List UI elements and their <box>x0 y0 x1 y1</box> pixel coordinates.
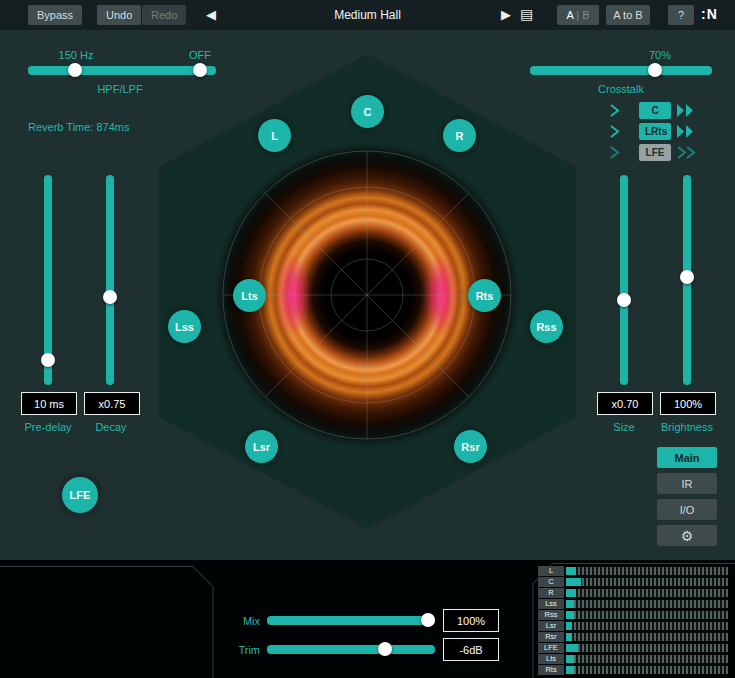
routing-in-chevron-icon[interactable] <box>608 145 622 164</box>
ir-tab-button[interactable]: IR <box>657 473 717 494</box>
help-button[interactable]: ? <box>668 5 694 25</box>
meter-channel-label: Rts <box>538 665 564 675</box>
preset-name[interactable]: Medium Hall <box>334 8 401 22</box>
routing-in-chevron-icon[interactable] <box>608 124 622 143</box>
channel-node-c[interactable]: C <box>351 95 384 128</box>
meter-level-fill <box>566 600 574 608</box>
undo-button[interactable]: Undo <box>97 5 141 25</box>
next-preset-icon[interactable]: ▶ <box>501 7 511 22</box>
meter-channel-label: L <box>538 566 564 576</box>
channel-node-r[interactable]: R <box>443 119 476 152</box>
channel-node-lts[interactable]: Lts <box>233 279 266 312</box>
title-bar: Bypass Undo Redo ◀ Medium Hall ▶ ▤ A | B… <box>0 0 735 30</box>
meter-channel-label: C <box>538 577 564 587</box>
meter-row: LFE <box>538 643 728 653</box>
size-slider[interactable] <box>620 175 628 385</box>
predelay-value[interactable]: 10 ms <box>21 392 77 415</box>
ab-divider: | <box>573 9 582 21</box>
meter-channel-label: Rsr <box>538 632 564 642</box>
meter-row: C <box>538 577 728 587</box>
settings-gear-icon[interactable]: ⚙ <box>657 525 717 546</box>
hpf-value-label: 150 Hz <box>50 49 102 61</box>
meter-channel-label: Rss <box>538 610 564 620</box>
decay-handle[interactable] <box>103 290 117 304</box>
routing-out-chevron-icon[interactable] <box>676 145 698 164</box>
meter-bar <box>566 666 728 674</box>
trim-value[interactable]: -6dB <box>443 638 499 661</box>
decay-value[interactable]: x0.75 <box>84 392 140 415</box>
mix-value[interactable]: 100% <box>443 609 499 632</box>
ab-compare-button[interactable]: A | B <box>557 5 599 25</box>
meter-bar <box>566 578 728 586</box>
footer-bar: NUGEN Audio ●●● PARAGON Mix 100% Trim -6… <box>0 560 735 678</box>
channel-node-lss[interactable]: Lss <box>168 310 201 343</box>
mix-handle[interactable] <box>421 613 435 627</box>
routing-in-chevron-icon[interactable] <box>608 103 622 122</box>
redo-button[interactable]: Redo <box>142 5 186 25</box>
meter-level-fill <box>566 622 572 630</box>
hpf-handle[interactable] <box>68 63 82 77</box>
meter-bar <box>566 655 728 663</box>
main-tab-button[interactable]: Main <box>657 447 717 468</box>
meter-row: Lts <box>538 654 728 664</box>
hpf-lpf-label: HPF/LPF <box>70 83 170 95</box>
meter-bar <box>566 600 728 608</box>
trim-handle[interactable] <box>378 642 392 656</box>
bypass-button[interactable]: Bypass <box>28 5 82 25</box>
a-to-b-button[interactable]: A to B <box>606 5 650 25</box>
meter-bar <box>566 611 728 619</box>
meter-row: Rss <box>538 610 728 620</box>
routing-out-chevron-icon[interactable] <box>676 124 698 143</box>
routing-out-chevron-icon[interactable] <box>676 103 698 122</box>
predelay-label: Pre-delay <box>14 421 82 433</box>
mix-slider[interactable] <box>267 616 435 625</box>
crosstalk-value-label: 70% <box>635 49 685 61</box>
channel-node-l[interactable]: L <box>258 119 291 152</box>
brightness-handle[interactable] <box>680 270 694 284</box>
routing-lrts-button[interactable]: LRts <box>639 123 671 140</box>
routing-c-button[interactable]: C <box>639 102 671 119</box>
meter-channel-label: R <box>538 588 564 598</box>
brightness-value[interactable]: 100% <box>660 392 716 415</box>
decay-slider[interactable] <box>106 175 114 385</box>
meter-bar <box>566 589 728 597</box>
meter-level-fill <box>566 633 572 641</box>
meter-row: L <box>538 566 728 576</box>
prev-preset-icon[interactable]: ◀ <box>206 7 216 22</box>
preset-list-icon[interactable]: ▤ <box>520 6 533 22</box>
meter-row: Rsr <box>538 632 728 642</box>
channel-node-lsr[interactable]: Lsr <box>245 430 278 463</box>
channel-node-lfe[interactable]: LFE <box>62 477 98 513</box>
crosstalk-handle[interactable] <box>648 63 662 77</box>
predelay-handle[interactable] <box>41 353 55 367</box>
meter-row: Lss <box>538 599 728 609</box>
meter-row: R <box>538 588 728 598</box>
meter-level-fill <box>566 578 581 586</box>
meter-channel-label: Lss <box>538 599 564 609</box>
crosstalk-label: Crosstalk <box>580 83 662 95</box>
meter-bar <box>566 567 728 575</box>
size-label: Size <box>597 421 651 433</box>
channel-node-rss[interactable]: Rss <box>530 310 563 343</box>
trim-label: Trim <box>226 644 260 656</box>
meter-level-fill <box>566 666 574 674</box>
io-tab-button[interactable]: I/O <box>657 499 717 520</box>
meter-level-fill <box>566 589 576 597</box>
channel-node-rsr[interactable]: Rsr <box>454 430 487 463</box>
size-handle[interactable] <box>617 293 631 307</box>
meter-level-fill <box>566 611 574 619</box>
meter-bar <box>566 633 728 641</box>
meter-channel-label: Lsr <box>538 621 564 631</box>
routing-lfe-button[interactable]: LFE <box>639 144 671 161</box>
meter-bar <box>566 622 728 630</box>
meter-level-fill <box>566 655 574 663</box>
mix-label: Mix <box>226 615 260 627</box>
ab-inactive-label: B <box>582 9 589 21</box>
size-value[interactable]: x0.70 <box>597 392 653 415</box>
meter-bar <box>566 644 728 652</box>
reverb-time-readout: Reverb Time: 874ms <box>28 121 168 133</box>
meter-list: LCRLssRssLsrRsrLFELtsRts <box>538 566 728 676</box>
channel-node-rts[interactable]: Rts <box>468 279 501 312</box>
trim-slider[interactable] <box>267 645 435 654</box>
brightness-label: Brightness <box>653 421 721 433</box>
